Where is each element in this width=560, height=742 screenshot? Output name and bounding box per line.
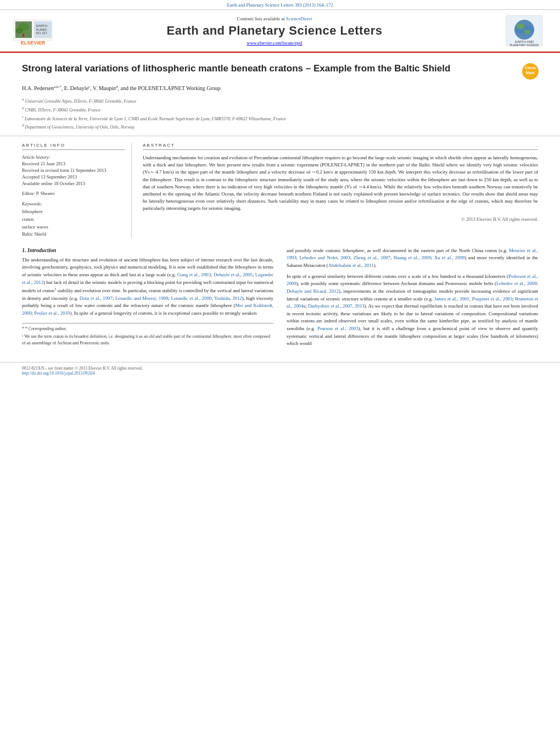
svg-rect-5 bbox=[23, 34, 24, 37]
ref-huang2009[interactable]: Huang et al., 2009 bbox=[394, 255, 431, 260]
abstract-text: Understanding mechanisms for creation an… bbox=[143, 154, 538, 213]
journal-bar: Earth and Planetary Science Letters 383 … bbox=[0, 0, 560, 10]
ref-lebedev2003[interactable]: Lebedev and Nolet, 2003 bbox=[299, 255, 350, 260]
history-label: Article history: bbox=[22, 154, 125, 160]
ref-doin1997[interactable]: Doin et al., 1997 bbox=[80, 295, 113, 301]
affiliation-b: b CNRS, ISTerre, F-38041 Grenoble, Franc… bbox=[22, 105, 538, 114]
section1-para-1: The understanding of the structure and e… bbox=[22, 256, 273, 317]
authors-text: H.A. Pedersena,b,*, E. Debaylec, V. Maup… bbox=[22, 85, 221, 91]
ref-debayle2005[interactable]: Debayle et al., 2005 bbox=[214, 272, 253, 277]
ref-pearson2003[interactable]: Pearson et al., 2003 bbox=[317, 326, 359, 331]
svg-text:PLANETARY SCIENCE: PLANETARY SCIENCE bbox=[510, 43, 539, 47]
journal-title-block: Contents lists available at ScienceDirec… bbox=[55, 16, 494, 46]
article-title-text: Strong lateral variations of lithospheri… bbox=[22, 63, 450, 75]
ref-debayle2012[interactable]: Debayle and Ricard, 2012 bbox=[287, 288, 339, 294]
section1-right-para-1: and possibly erode cratonic lithosphere,… bbox=[287, 247, 538, 270]
page-container: Earth and Planetary Science Letters 383 … bbox=[0, 0, 560, 742]
sciencedirect-link[interactable]: ScienceDirect bbox=[286, 16, 312, 21]
svg-text:SCI. LET.: SCI. LET. bbox=[36, 31, 47, 35]
svg-point-3 bbox=[15, 28, 23, 34]
copyright-line: © 2013 Elsevier B.V. All rights reserved… bbox=[143, 216, 538, 222]
ref-peslier2010[interactable]: Peslier et al., 2010 bbox=[34, 310, 70, 316]
ref-lenardic2000[interactable]: Lenardic et al., 2000 bbox=[171, 295, 211, 301]
ref-yoshida2012[interactable]: Yoshida, 2012 bbox=[214, 295, 242, 301]
ref-james2001[interactable]: James et al., 2001 bbox=[434, 296, 469, 302]
keyword-3: surface waves bbox=[22, 224, 125, 231]
body-right-col: and possibly erode cratonic lithosphere,… bbox=[287, 247, 538, 351]
abstract-col: ABSTRACT Understanding mechanisms for cr… bbox=[143, 143, 538, 238]
keywords-label: Keywords: bbox=[22, 201, 125, 207]
affiliation-d: d Department of Geosciences, University … bbox=[22, 122, 538, 131]
body-two-col: 1. Introduction The understanding of the… bbox=[22, 247, 538, 351]
article-title: Strong lateral variations of lithospheri… bbox=[22, 63, 538, 79]
keyword-1: lithosphere bbox=[22, 208, 125, 216]
crossmark-logo: Cross Mark bbox=[522, 63, 538, 79]
ref-gung2003[interactable]: Gung et al., 2003 bbox=[177, 272, 211, 277]
article-title-section: Strong lateral variations of lithospheri… bbox=[0, 53, 560, 136]
affiliation-c: c Laboratoire de Sciences de la Terre, U… bbox=[22, 114, 538, 122]
earth-logo-svg: EARTH AND PLANETARY SCIENCE bbox=[505, 14, 544, 47]
section1-title: 1. Introduction bbox=[22, 247, 273, 253]
svg-text:Cross: Cross bbox=[525, 66, 536, 70]
footnote-craton-def: ¹ We use the term craton in its broadest… bbox=[22, 333, 273, 346]
elsevier-logo: EARTH PLANET. SCI. LET. ELSEVIER bbox=[11, 14, 55, 47]
contents-text: Contents lists available at bbox=[237, 16, 285, 21]
body-left-col: 1. Introduction The understanding of the… bbox=[22, 247, 273, 351]
journal-name: Earth and Planetary Science Letters bbox=[55, 24, 494, 38]
editor-info: Editor: P. Shearer bbox=[22, 191, 125, 197]
section1-right-para-2: In spite of a general similarity between… bbox=[287, 273, 538, 348]
ref-zheng2007[interactable]: Zheng et al., 2007 bbox=[354, 255, 390, 260]
keyword-4: Baltic Shield bbox=[22, 231, 125, 238]
ref-lenardic1999[interactable]: Lenardic and Moresi, 1999 bbox=[115, 295, 168, 301]
contents-available-line: Contents lists available at ScienceDirec… bbox=[55, 16, 494, 21]
ref-xu2009[interactable]: Xu et al., 2009 bbox=[434, 255, 465, 260]
earth-logo: EARTH AND PLANETARY SCIENCE bbox=[505, 14, 544, 47]
header-section: EARTH PLANET. SCI. LET. ELSEVIER Content… bbox=[0, 10, 560, 53]
svg-text:EARTH: EARTH bbox=[36, 24, 47, 27]
keyword-2: craton bbox=[22, 216, 125, 224]
ref-darbyshire2013[interactable]: Darbyshire et al., 2007, 2013 bbox=[308, 303, 365, 309]
authors-line: H.A. Pedersena,b,*, E. Debaylec, V. Maup… bbox=[22, 85, 538, 92]
abstract-header: ABSTRACT bbox=[143, 143, 538, 150]
crossmark-svg: Cross Mark bbox=[522, 63, 539, 80]
svg-point-14 bbox=[517, 24, 524, 29]
elsevier-logo-svg: EARTH PLANET. SCI. LET. ELSEVIER bbox=[11, 17, 55, 47]
keywords-list: lithosphere craton surface waves Baltic … bbox=[22, 208, 125, 238]
affiliations-block: a Université Grenoble Alpes, ISTerre, F-… bbox=[22, 97, 538, 131]
footnote-section: * * Corresponding author. ¹ We use the t… bbox=[22, 323, 273, 347]
article-info-col: ARTICLE INFO Article history: Received 2… bbox=[22, 143, 132, 238]
issn-text: 0012-821X/$ – see front matter © 2013 El… bbox=[22, 366, 143, 371]
svg-point-15 bbox=[524, 30, 530, 34]
svg-point-4 bbox=[24, 30, 31, 34]
body-content: 1. Introduction The understanding of the… bbox=[0, 243, 560, 362]
svg-text:Mark: Mark bbox=[526, 71, 535, 75]
article-info-header: ARTICLE INFO bbox=[22, 143, 125, 150]
ref-lebedev2009[interactable]: Lebedev et al., 2009 bbox=[496, 281, 537, 286]
journal-url-link[interactable]: www.elsevier.com/locate/epsl bbox=[247, 40, 302, 46]
journal-url: www.elsevier.com/locate/epsl bbox=[55, 40, 494, 46]
ref-abdelsalam2011[interactable]: Abdelsalam et al., 2011 bbox=[328, 263, 374, 268]
doi-link[interactable]: http://dx.doi.org/10.1016/j.epsl.2013.09… bbox=[22, 371, 95, 376]
footnote-corresponding: * * Corresponding author. bbox=[22, 326, 273, 332]
article-info-abstract-section: ARTICLE INFO Article history: Received 2… bbox=[0, 136, 560, 243]
journal-citation: Earth and Planetary Science Letters 383 … bbox=[227, 2, 333, 8]
affiliation-a: a Université Grenoble Alpes, ISTerre, F-… bbox=[22, 97, 538, 105]
footer-bar: 0012-821X/$ – see front matter © 2013 El… bbox=[0, 362, 560, 378]
received-date: Received 21 June 2013 Received in revise… bbox=[22, 161, 125, 187]
svg-text:ELSEVIER: ELSEVIER bbox=[21, 40, 46, 46]
ref-poupinet2003[interactable]: Poupinet et al., 2003 bbox=[472, 296, 513, 302]
